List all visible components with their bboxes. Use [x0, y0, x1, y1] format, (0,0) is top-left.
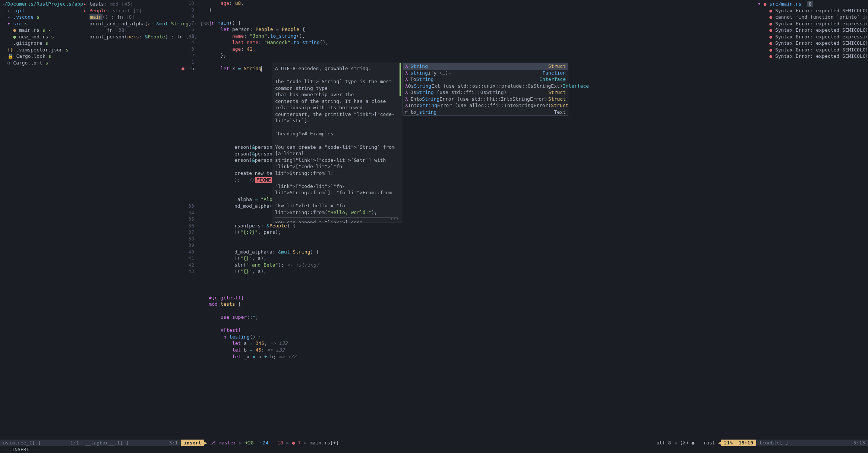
code-line[interactable]: let _x = a + b; => i32 — [197, 353, 756, 360]
completion-item[interactable]: □ to_stringText — [403, 109, 568, 116]
file-tree-item[interactable]: 🔒 Cargo.lock s — [1, 53, 81, 60]
status-filetype: rust — [700, 440, 718, 446]
code-line[interactable]: } — [197, 7, 756, 13]
code-line[interactable] — [197, 281, 756, 288]
file-tree-item[interactable]: .gitignore s — [1, 40, 81, 47]
status-cursor-pos: 15:19 — [736, 440, 756, 446]
code-line[interactable] — [234, 236, 756, 242]
status-encoding: utf-8 — [653, 440, 674, 446]
file-tree-root-path: ~/Documents/RustProjects/app — [1, 1, 81, 7]
completion-item[interactable]: λ IntoStringError (use std::ffi::IntoStr… — [403, 96, 568, 103]
diagnostic-item[interactable]: ● Syntax Error: expected SEMICOLON rust-… — [758, 7, 867, 14]
code-line[interactable] — [197, 275, 756, 281]
status-git-mods: ~24 — [257, 440, 271, 446]
file-tree-panel: ~/Documents/RustProjects/app ▸ .git ▸ .v… — [0, 0, 82, 440]
code-line[interactable] — [197, 13, 756, 20]
completion-item[interactable]: λ StringStruct — [403, 63, 568, 70]
file-tree-item[interactable]: ● new_mod.rs s — [1, 34, 81, 40]
outline-panel: ▸ tests: mod [45]▸ People: struct [2] ma… — [82, 0, 181, 440]
outline-item[interactable]: ▸ tests: mod [45] — [83, 1, 179, 7]
editor-panel[interactable]: 10987654321153334353637383940414243 age:… — [181, 0, 756, 440]
diagnostic-item[interactable]: ● Syntax Error: expected SEMICOLON rust-… — [758, 27, 867, 34]
status-trouble-pos: 5:13 — [850, 440, 868, 446]
code-line[interactable]: age: u8, — [197, 0, 756, 7]
file-tree-item[interactable]: ⚙ Cargo.toml s — [1, 60, 81, 66]
diagnostic-item[interactable]: ● Syntax Error: expected expression rust… — [758, 21, 867, 27]
command-line: -- INSERT -- — [0, 446, 868, 453]
code-line[interactable]: age: 42, — [197, 46, 756, 53]
code-line[interactable]: name: "John".to_string(), — [197, 33, 756, 40]
file-tree-item[interactable]: ▸ .vscode s — [1, 14, 81, 21]
code-line[interactable]: use super::*; — [197, 314, 756, 321]
code-line[interactable]: !("{}", a); — [234, 255, 756, 262]
code-line[interactable]: d_mod_alpha(a: &mut String) { — [234, 249, 756, 255]
scroll-indicator-icon: ▾▾▾ — [390, 215, 399, 222]
completion-item[interactable]: λ OsStringExt (use std::os::unix::prelud… — [403, 83, 568, 89]
diagnostic-item[interactable]: ● Syntax Error: expected SEMICOLON rust-… — [758, 47, 867, 53]
code-line[interactable]: }; — [197, 52, 756, 59]
code-line[interactable]: let person: People = People { — [197, 26, 756, 33]
diagnostics-file-header[interactable]: ▾ ● src/main.rs 8 — [758, 1, 867, 7]
code-line[interactable]: fn main() { — [197, 20, 756, 26]
status-git-dels: -18 — [271, 440, 286, 446]
code-line[interactable] — [234, 242, 756, 249]
status-filename: main.rs[+] — [307, 440, 342, 446]
file-tree-item[interactable]: ▾ src s — [1, 21, 81, 27]
diagnostic-item[interactable]: ● cannot find function `printo` in this … — [758, 14, 867, 21]
code-line[interactable] — [197, 308, 756, 314]
code-line[interactable] — [197, 321, 756, 327]
status-tree-name: nvimtree_1[-] — [0, 440, 44, 446]
completion-item[interactable]: λ ToStringInterface — [403, 76, 568, 83]
status-lang-icon: ⟨λ⟩ ● — [677, 440, 700, 446]
status-error-count: ● 7 — [289, 440, 304, 446]
status-percent: 21% — [721, 440, 735, 446]
code-line[interactable]: fn testing() { — [197, 334, 756, 340]
code-line[interactable]: let a = 345; => i32 — [197, 340, 756, 347]
diagnostic-item[interactable]: ● Syntax Error: expected SEMICOLON rust-… — [758, 53, 867, 60]
code-line[interactable]: last_name: "Hancock".to_string(), — [197, 39, 756, 46]
outline-item[interactable]: print_and_mod_alpha(a: &mut String) : [3… — [83, 21, 179, 27]
code-line[interactable]: rson(pers: &People) { — [234, 223, 756, 229]
status-area: nvimtree_1[-] 1:1 __tagbar__.1[-] 3:1 in… — [0, 440, 868, 453]
code-line[interactable]: mod tests { — [197, 301, 756, 308]
status-tree-pos: 1:1 — [67, 440, 82, 446]
status-mode: insert — [181, 440, 204, 446]
file-tree-item[interactable]: {} .vimspector.json s — [1, 47, 81, 53]
completion-popup[interactable]: λ StringStructλ stringify!(…)~Functionλ … — [403, 63, 568, 116]
code-line[interactable]: #[test] — [197, 327, 756, 334]
completion-item[interactable]: λ IntoStringError (use alloc::ffi::IntoS… — [403, 102, 568, 109]
outline-item[interactable]: print_person(pers: &People) : fn [34] — [83, 34, 179, 40]
code-line[interactable] — [197, 288, 756, 295]
documentation-popup: A UTF-8-encoded, growable string. The "c… — [272, 63, 401, 223]
code-line[interactable]: !("{:?}", pers); — [234, 229, 756, 236]
code-line[interactable]: !("{}", a); — [234, 268, 756, 275]
file-tree-item[interactable]: ▸ .git — [1, 7, 81, 14]
status-git-branch: ⎇ master — [207, 440, 239, 446]
code-line[interactable]: str(" and Beta"); <- (string) — [234, 262, 756, 268]
completion-item[interactable]: λ stringify!(…)~Function — [403, 70, 568, 76]
status-git-adds: +28 — [242, 440, 256, 446]
diagnostic-item[interactable]: ● Syntax Error: expected expression rust… — [758, 34, 867, 40]
code-line[interactable]: #[cfg(test)] — [197, 295, 756, 301]
diagnostics-panel: ▾ ● src/main.rs 8 ● Syntax Error: expect… — [756, 0, 868, 440]
file-tree-item[interactable]: ● main.rs s - — [1, 27, 81, 34]
outline-item[interactable]: ▸ People: struct [2] — [83, 7, 179, 14]
scrollbar-thumb[interactable] — [400, 63, 401, 96]
status-trouble-name: trouble[-] — [756, 440, 791, 446]
completion-item[interactable]: λ OsString (use std::ffi::OsString)Struc… — [403, 89, 568, 96]
outline-item[interactable]: main() : fn [8] — [83, 14, 179, 21]
status-tagbar-pos: 3:1 — [166, 440, 181, 446]
code-line[interactable]: let b = 45; => i32 — [197, 347, 756, 353]
status-tagbar-name: __tagbar__.1[-] — [82, 440, 132, 446]
diagnostic-item[interactable]: ● Syntax Error: expected SEMICOLON rust-… — [758, 40, 867, 47]
